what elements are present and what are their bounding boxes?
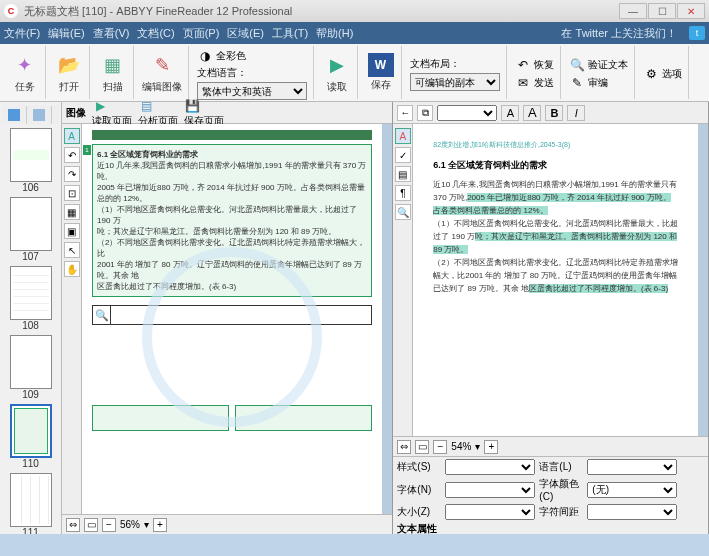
menu-area[interactable]: 区域(E)	[227, 26, 264, 41]
ribbon-verify-group: 🔍验证文本 ✎审编	[563, 46, 635, 99]
prop-style-select[interactable]	[445, 459, 535, 475]
menu-tools[interactable]: 工具(T)	[272, 26, 308, 41]
prop-fontcolor-select[interactable]: (无)	[587, 482, 677, 498]
tool-layout[interactable]: ▤	[395, 166, 411, 182]
text-zoom-out-button[interactable]: −	[433, 440, 447, 454]
tool-redo[interactable]: ↷	[64, 166, 80, 182]
doc-section-title: 6.1 全区域笼育饲料业的需求	[433, 159, 678, 172]
ribbon-scan[interactable]: ▦ 扫描	[92, 46, 134, 99]
ribbon-send[interactable]: ✉发送	[515, 75, 554, 91]
image-tool-palette: A ↶ ↷ ⊡ ▦ ▣ ↖ ✋	[62, 124, 82, 514]
prop-font-select[interactable]	[445, 482, 535, 498]
folder-open-icon: 📂	[55, 51, 83, 79]
search-icon: 🔍	[569, 57, 585, 73]
tool-text-area[interactable]: A	[64, 128, 80, 144]
tool-show-chars[interactable]: ¶	[395, 185, 411, 201]
tool-image[interactable]: ▣	[64, 223, 80, 239]
menu-file[interactable]: 文件(F)	[4, 26, 40, 41]
menu-bar: 文件(F) 编辑(E) 查看(V) 文档(C) 页面(P) 区域(E) 工具(T…	[0, 22, 709, 44]
btn-save-page[interactable]: 💾保存页面	[184, 98, 224, 128]
pencil-icon: ✎	[569, 75, 585, 91]
thumbnail-110[interactable]: 110	[2, 404, 59, 469]
wand-icon: ✦	[11, 51, 39, 79]
tool-undo[interactable]: ↶	[64, 147, 80, 163]
ribbon-save[interactable]: W 保存	[360, 46, 402, 99]
ribbon-restore[interactable]: ↶恢复	[515, 57, 554, 73]
thumbnail-107[interactable]: 107	[2, 197, 59, 262]
font-select[interactable]	[437, 105, 497, 121]
text-fit-page-icon[interactable]: ▭	[415, 440, 429, 454]
menu-help[interactable]: 帮助(H)	[316, 26, 353, 41]
ribbon-read[interactable]: ▶ 读取	[316, 46, 358, 99]
prop-font-label: 字体(N)	[397, 483, 441, 497]
text-status-bar: ⇔ ▭ − 54% ▾ +	[393, 436, 708, 456]
tool-crop[interactable]: ⊡	[64, 185, 80, 201]
image-zoom-value: 56%	[120, 519, 140, 530]
tool-find[interactable]: 🔍	[395, 204, 411, 220]
layout-select[interactable]: 可编辑的副本	[410, 73, 500, 91]
fit-width-icon[interactable]: ⇔	[66, 518, 80, 532]
twitter-follow[interactable]: 在 Twitter 上关注我们！ t	[561, 26, 705, 41]
tool-pointer[interactable]: ↖	[64, 242, 80, 258]
window-title: 无标题文档 [110] - ABBYY FineReader 12 Profes…	[24, 4, 292, 19]
zoom-dropdown-icon[interactable]: ▾	[144, 519, 149, 530]
text-props-heading: 文本属性	[397, 522, 437, 536]
text-zoom-in-button[interactable]: +	[484, 440, 498, 454]
font-smaller-button[interactable]: A	[501, 105, 519, 121]
read-icon: ▶	[323, 51, 351, 79]
btn-read-page[interactable]: ▶读取页面	[92, 98, 132, 128]
image-canvas[interactable]: 1 6.1 全区域笼育饲料业的需求 近10 几年来,我国蛋禽饲料的日粮需求小幅增…	[82, 124, 382, 514]
tool-hand[interactable]: ✋	[64, 261, 80, 277]
ribbon-open[interactable]: 📂 打开	[48, 46, 90, 99]
gear-icon: ⚙	[643, 66, 659, 82]
scanner-icon: ▦	[99, 51, 127, 79]
tool-table[interactable]: ▦	[64, 204, 80, 220]
ribbon-recovery-group: ↶恢复 ✉发送	[509, 46, 561, 99]
tool-verify[interactable]: A	[395, 128, 411, 144]
text-tool-palette: A ✓ ▤ ¶ 🔍	[393, 124, 413, 436]
prop-lang-select[interactable]	[587, 459, 677, 475]
fit-page-icon[interactable]: ▭	[84, 518, 98, 532]
thumb-view-list[interactable]	[2, 106, 27, 124]
properties-panel: 样式(S) 语言(L) 字体(N) 字体颜色(C) (无) 大小(Z) 字符间距	[393, 456, 708, 534]
font-larger-button[interactable]: A	[523, 105, 541, 121]
close-button[interactable]: ✕	[677, 3, 705, 19]
watermark-icon	[142, 247, 322, 427]
prop-size-select[interactable]	[445, 504, 535, 520]
undo-icon: ↶	[515, 57, 531, 73]
text-canvas[interactable]: 82度刘业增,加1哈斯科技信息推介,2045-3(8) 6.1 全区域笼育饲料业…	[413, 124, 698, 436]
analyze-icon: ▤	[138, 98, 154, 114]
minimize-button[interactable]: —	[619, 3, 647, 19]
ribbon-layout-group: 文档布局： 可编辑的副本	[404, 46, 507, 99]
menu-page[interactable]: 页面(P)	[183, 26, 220, 41]
magnifier-icon: 🔍	[93, 306, 111, 324]
thumbnail-111[interactable]: 111	[2, 473, 59, 534]
thumb-view-grid[interactable]	[27, 106, 52, 124]
ribbon-verify[interactable]: 🔍验证文本	[569, 57, 628, 73]
menu-edit[interactable]: 编辑(E)	[48, 26, 85, 41]
text-pane-header: ← ⧉ A A B I	[393, 102, 708, 124]
menu-document[interactable]: 文档(C)	[137, 26, 174, 41]
text-fit-width-icon[interactable]: ⇔	[397, 440, 411, 454]
ribbon-task[interactable]: ✦ 任务	[4, 46, 46, 99]
btn-back[interactable]: ←	[397, 105, 413, 121]
ribbon-lang-group: ◑全彩色 文档语言： 繁体中文和英语	[191, 46, 314, 99]
doc-header: 82度刘业增,加1哈斯科技信息推介,2045-3(8)	[433, 138, 678, 151]
maximize-button[interactable]: ☐	[648, 3, 676, 19]
btn-copy[interactable]: ⧉	[417, 105, 433, 121]
thumbnail-109[interactable]: 109	[2, 335, 59, 400]
text-zoom-dropdown-icon[interactable]: ▾	[475, 441, 480, 452]
ribbon-edit-text[interactable]: ✎审编	[569, 75, 628, 91]
tool-mark[interactable]: ✓	[395, 147, 411, 163]
ribbon-options[interactable]: ⚙选项	[637, 46, 689, 99]
thumbnail-108[interactable]: 108	[2, 266, 59, 331]
menu-view[interactable]: 查看(V)	[93, 26, 130, 41]
thumbnail-106[interactable]: 106	[2, 128, 59, 193]
ribbon-edit-image[interactable]: ✎ 编辑图像	[136, 46, 189, 99]
prop-spacing-select[interactable]	[587, 504, 677, 520]
bold-button[interactable]: B	[545, 105, 563, 121]
zoom-out-button[interactable]: −	[102, 518, 116, 532]
zoom-in-button[interactable]: +	[153, 518, 167, 532]
btn-analyze-page[interactable]: ▤分析页面	[138, 98, 178, 128]
italic-button[interactable]: I	[567, 105, 585, 121]
